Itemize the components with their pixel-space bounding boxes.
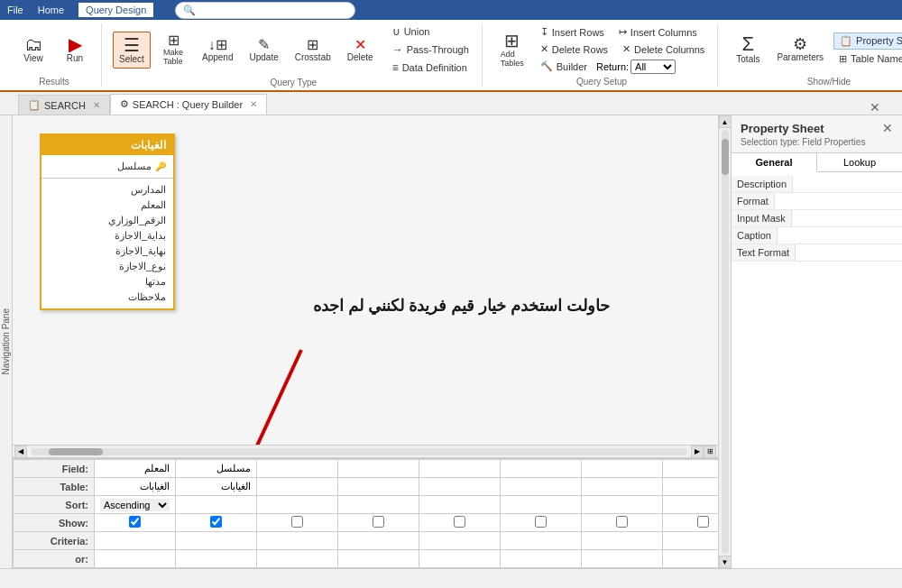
field-raqam[interactable]: الرقم_الوزاري (41, 213, 173, 228)
table-cell-2[interactable]: الغيابات (176, 478, 257, 496)
or-cell-1[interactable] (95, 550, 176, 568)
field-cell-8[interactable] (663, 460, 719, 478)
table-cell-4[interactable] (338, 478, 419, 496)
show-cell-6[interactable] (501, 514, 582, 532)
scroll-left[interactable]: ◀ (14, 446, 27, 458)
vertical-scrollbar[interactable]: ▲ ▼ (718, 115, 731, 568)
or-cell-6[interactable] (501, 550, 582, 568)
show-cell-4[interactable] (338, 514, 419, 532)
scroll-right[interactable]: ▶ (691, 446, 704, 458)
insert-rows-button[interactable]: ↧ Insert Rows (535, 24, 610, 40)
show-cell-1[interactable] (95, 514, 176, 532)
ps-value-format[interactable] (775, 193, 902, 209)
field-cell-4[interactable] (338, 460, 419, 478)
field-bidaya[interactable]: بداية_الاجازة (41, 228, 173, 243)
show-check-2[interactable] (210, 516, 222, 528)
menu-query-design[interactable]: Query Design (78, 3, 153, 17)
show-check-3[interactable] (291, 516, 303, 528)
field-musalsal[interactable]: 🔑 مسلسل (41, 159, 173, 174)
or-cell-4[interactable] (338, 550, 419, 568)
horizontal-scrollbar[interactable]: ◀ ▶ ⊞ (13, 445, 718, 457)
delete-columns-button[interactable]: ✕ Delete Columns (617, 41, 710, 57)
sort-cell-5[interactable] (419, 496, 501, 514)
field-nihaya[interactable]: نهاية_الاجازة (41, 243, 173, 259)
add-tables-button[interactable]: ⊞ AddTables (493, 27, 531, 72)
scroll-track[interactable] (31, 448, 687, 455)
criteria-input-2[interactable] (181, 536, 251, 547)
show-check-4[interactable] (373, 516, 384, 528)
table-cell-1[interactable]: الغيابات (95, 478, 176, 496)
ps-close-button[interactable]: ✕ (882, 121, 893, 135)
sort-select-1[interactable]: Ascending Descending (not sorted) (100, 499, 170, 511)
delete-button[interactable]: ✕ Delete (341, 33, 380, 67)
tab-search-close[interactable]: ✕ (93, 100, 100, 110)
field-cell-5[interactable] (419, 460, 501, 478)
ps-value-caption[interactable] (778, 227, 902, 243)
scroll-down[interactable]: ▼ (719, 556, 732, 568)
table-names-button[interactable]: ⊞ Table Names (833, 51, 902, 67)
property-sheet-button[interactable]: 📋 Property Sheet (833, 32, 902, 50)
ps-value-description[interactable] (793, 176, 902, 192)
criteria-cell-3[interactable] (257, 532, 338, 550)
insert-columns-button[interactable]: ↦ Insert Columns (613, 24, 703, 40)
select-button[interactable]: ☰ Select (113, 32, 151, 69)
tab-search[interactable]: 📋 SEARCH ✕ (18, 95, 110, 115)
update-button[interactable]: ✎ Update (243, 33, 284, 67)
navigation-pane[interactable]: Navigation Pane (0, 115, 13, 568)
sort-cell-4[interactable] (338, 496, 419, 514)
criteria-cell-5[interactable] (419, 532, 501, 550)
show-check-6[interactable] (535, 516, 547, 528)
field-muddat[interactable]: مدتها (41, 274, 173, 289)
or-cell-2[interactable] (176, 550, 257, 568)
criteria-cell-8[interactable] (663, 532, 719, 550)
field-cell-3[interactable] (257, 460, 338, 478)
tab-bar-close[interactable]: ✕ (866, 100, 884, 115)
table-cell-3[interactable] (257, 478, 338, 496)
make-table-button[interactable]: ⊞ MakeTable (154, 29, 192, 70)
sort-cell-6[interactable] (501, 496, 582, 514)
crosstab-button[interactable]: ⊞ Crosstab (289, 33, 337, 67)
criteria-input-1[interactable] (100, 536, 170, 547)
sort-cell-2[interactable] (176, 496, 257, 514)
show-cell-5[interactable] (419, 514, 501, 532)
or-cell-7[interactable] (582, 550, 663, 568)
or-input-1[interactable] (100, 554, 170, 565)
sort-cell-8[interactable] (663, 496, 719, 514)
sort-cell-3[interactable] (257, 496, 338, 514)
view-button[interactable]: 🗂 View (14, 31, 52, 68)
or-cell-8[interactable] (663, 550, 719, 568)
scroll-up[interactable]: ▲ (719, 115, 732, 128)
menu-home[interactable]: Home (38, 5, 64, 15)
show-check-8[interactable] (697, 516, 709, 528)
show-check-7[interactable] (616, 516, 628, 528)
show-check-5[interactable] (454, 516, 465, 528)
tab-lookup[interactable]: Lookup (817, 153, 902, 171)
append-button[interactable]: ↓⊞ Append (196, 33, 239, 67)
criteria-cell-4[interactable] (338, 532, 419, 550)
tab-general[interactable]: General (732, 153, 817, 172)
pass-through-button[interactable]: → Pass-Through (387, 41, 474, 58)
ps-value-input-mask[interactable] (792, 210, 902, 226)
field-muallim[interactable]: المعلم (41, 198, 173, 213)
menu-file[interactable]: File (7, 5, 23, 15)
sort-cell-1[interactable]: Ascending Descending (not sorted) (95, 496, 176, 514)
show-check-1[interactable] (129, 516, 141, 528)
tab-query-builder[interactable]: ⚙ SEARCH : Query Builder ✕ (110, 94, 267, 115)
ps-value-text-format[interactable] (796, 244, 902, 261)
show-cell-2[interactable] (176, 514, 257, 532)
criteria-cell-2[interactable] (176, 532, 257, 550)
totals-button[interactable]: Σ Totals (729, 30, 767, 69)
table-cell-7[interactable] (582, 478, 663, 496)
show-cell-8[interactable] (663, 514, 719, 532)
return-select[interactable]: All 5 25 (630, 60, 676, 74)
or-cell-3[interactable] (257, 550, 338, 568)
field-cell-1[interactable]: المعلم (95, 460, 176, 478)
run-button[interactable]: ▶ Run (56, 31, 94, 68)
field-cell-6[interactable] (501, 460, 582, 478)
delete-rows-button[interactable]: ✕ Delete Rows (535, 41, 613, 57)
criteria-cell-7[interactable] (582, 532, 663, 550)
show-cell-7[interactable] (582, 514, 663, 532)
field-cell-7[interactable] (582, 460, 663, 478)
parameters-button[interactable]: ⚙ Parameters (770, 32, 830, 67)
criteria-cell-1[interactable] (95, 532, 176, 550)
